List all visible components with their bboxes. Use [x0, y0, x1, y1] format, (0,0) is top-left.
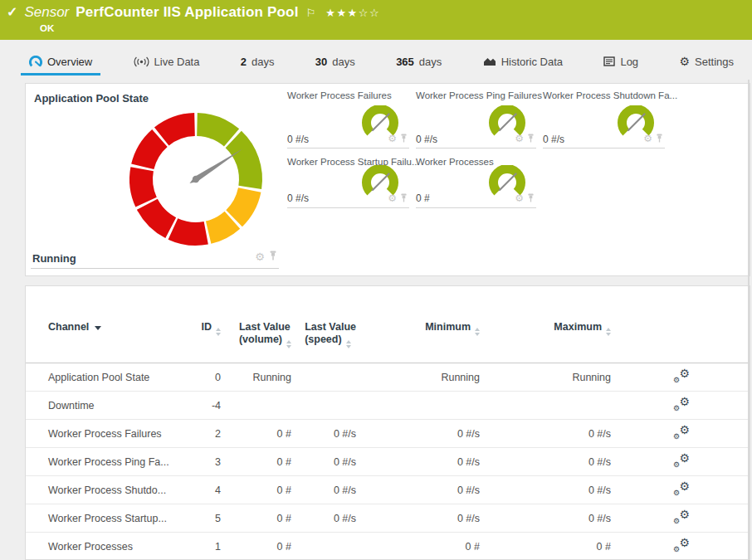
tab-365-days[interactable]: 365days	[388, 50, 450, 75]
tab-overview[interactable]: Overview	[21, 50, 100, 75]
star-filled-icon[interactable]: ★	[325, 7, 336, 19]
tab-log[interactable]: Log	[595, 50, 647, 75]
minimum-value: 0 #/s	[356, 456, 480, 468]
channel-settings-icon[interactable]: ⚙⚙	[673, 481, 690, 496]
maximum-value: 0 #/s	[480, 428, 611, 440]
channel-name: Worker Process Failures	[26, 428, 198, 440]
col-header-maximum[interactable]: Maximum	[480, 321, 611, 335]
live-icon	[134, 56, 149, 67]
channel-settings-icon[interactable]: ⚙⚙	[673, 368, 690, 383]
minimum-value: Running	[356, 372, 480, 383]
channel-id: 0	[198, 372, 221, 383]
channel-table-panel: ChannelIDLast Value(volume)Last Value(sp…	[25, 285, 750, 560]
mini-gauge-title: Worker Process Ping Failures	[416, 90, 542, 100]
pin-icon[interactable]	[269, 249, 277, 264]
gear-icon[interactable]: ⚙	[643, 133, 652, 144]
gear-icon[interactable]: ⚙	[388, 133, 397, 144]
last-value-volume: 0 #	[221, 541, 291, 553]
col-header-id[interactable]: ID	[198, 321, 221, 335]
star-empty-icon[interactable]: ☆	[369, 7, 380, 19]
table-header-row: ChannelIDLast Value(volume)Last Value(sp…	[26, 286, 750, 363]
channel-row: Worker Process Ping Fa...30 #0 #/s0 #/s0…	[26, 448, 750, 476]
channel-settings-icon[interactable]: ⚙⚙	[673, 425, 690, 440]
col-header-last-value-speed[interactable]: Last Value(speed)	[291, 321, 356, 348]
star-filled-icon[interactable]: ★	[348, 7, 359, 19]
channel-name: Worker Process Ping Fa...	[26, 456, 198, 468]
tab-live-data[interactable]: Live Data	[125, 50, 208, 75]
channel-id: 1	[198, 541, 221, 553]
sort-icon[interactable]	[475, 328, 480, 336]
gear-icon: ⚙	[679, 56, 690, 67]
channel-name: Worker Processes	[26, 541, 198, 553]
tab-settings[interactable]: ⚙Settings	[671, 50, 742, 75]
mini-gauge-title: Worker Process Failures	[287, 90, 392, 100]
channel-row: Worker Process Startup...50 #0 #/s0 #/s0…	[26, 504, 750, 533]
sort-icon[interactable]	[216, 328, 221, 336]
main-gauge-title: Application Pool State	[34, 92, 149, 105]
channel-name: Worker Process Startup...	[26, 513, 198, 524]
minimum-value: 0 #/s	[356, 513, 480, 524]
mini-gauge-title: Worker Process Startup Failu...	[287, 157, 420, 167]
col-header-minimum[interactable]: Minimum	[356, 321, 480, 335]
log-icon	[603, 56, 615, 66]
status-badge: OK	[40, 23, 54, 33]
pin-icon[interactable]	[527, 191, 535, 206]
sensor-type-label: Sensor	[24, 4, 69, 21]
maximum-value: 0 #/s	[480, 456, 611, 468]
channel-settings-icon[interactable]: ⚙⚙	[673, 397, 690, 411]
tab-historic-data[interactable]: Historic Data	[475, 50, 571, 75]
ok-check-icon: ✓	[7, 3, 17, 22]
tab-bar: OverviewLive Data2days30days365daysHisto…	[0, 50, 752, 75]
gear-icon[interactable]: ⚙	[515, 133, 524, 144]
mini-gauge-value: 0 #/s	[287, 192, 309, 204]
channel-settings-icon[interactable]: ⚙⚙	[673, 453, 690, 468]
mini-gauge-title: Worker Process Shutdown Fa...	[543, 90, 677, 100]
gear-icon[interactable]: ⚙	[515, 192, 524, 204]
main-gauge-value: Running	[32, 252, 76, 265]
sensor-title: PerfCounter IIS Application Pool	[76, 4, 298, 21]
maximum-value: 0 #/s	[480, 513, 611, 524]
tab-2-days[interactable]: 2days	[232, 50, 283, 75]
minimum-value: 0 #	[356, 541, 480, 553]
gauges-panel: Application Pool State Running ⚙ Worker …	[25, 83, 750, 276]
channel-row: Worker Processes10 #0 #0 #⚙⚙	[26, 533, 750, 560]
application-pool-state-gauge	[121, 105, 271, 257]
star-rating[interactable]: ★★★☆☆	[325, 7, 380, 19]
gear-icon[interactable]: ⚙	[388, 192, 397, 204]
mini-gauge-value: 0 #	[416, 192, 430, 204]
channel-settings-icon[interactable]: ⚙⚙	[673, 509, 690, 524]
channel-id: 2	[198, 428, 221, 440]
pin-icon[interactable]	[527, 131, 535, 146]
sensor-status-header: ✓ Sensor PerfCounter IIS Application Poo…	[0, 0, 752, 40]
pin-icon[interactable]	[400, 131, 408, 146]
channel-name: Worker Process Shutdo...	[26, 485, 198, 496]
sort-desc-icon	[95, 326, 101, 330]
maximum-value: 0 #/s	[480, 485, 611, 496]
mini-gauge-value: 0 #/s	[543, 134, 564, 145]
last-value-volume: Running	[221, 372, 291, 383]
last-value-speed: 0 #/s	[291, 485, 356, 496]
main-gauge-tile: Application Pool State Running ⚙	[31, 89, 279, 269]
minimum-value: 0 #/s	[356, 485, 480, 496]
last-value-volume: 0 #	[221, 513, 291, 524]
minimum-value: 0 #/s	[356, 428, 480, 440]
mini-gauge-title: Worker Processes	[416, 157, 494, 167]
col-header-channel[interactable]: Channel	[26, 321, 198, 333]
gear-icon[interactable]: ⚙	[255, 251, 265, 262]
channel-name: Application Pool State	[26, 372, 198, 383]
pin-icon[interactable]	[656, 131, 663, 146]
channel-id: 4	[198, 485, 221, 496]
chart-icon	[483, 56, 496, 66]
sort-icon[interactable]	[346, 340, 351, 348]
pin-icon[interactable]	[400, 191, 408, 206]
flag-icon[interactable]: ⚐	[306, 7, 316, 19]
star-empty-icon[interactable]: ☆	[359, 7, 369, 19]
star-filled-icon[interactable]: ★	[336, 7, 347, 19]
sort-icon[interactable]	[606, 328, 611, 336]
channel-settings-icon[interactable]: ⚙⚙	[673, 538, 690, 553]
col-header-last-value-volume[interactable]: Last Value(volume)	[221, 321, 291, 348]
tab-30-days[interactable]: 30days	[307, 50, 364, 75]
sort-icon[interactable]	[286, 340, 291, 348]
mini-gauge-value: 0 #/s	[416, 134, 437, 145]
mini-gauge-tile: Worker Process Shutdown Fa... 0 #/s⚙	[543, 90, 665, 149]
